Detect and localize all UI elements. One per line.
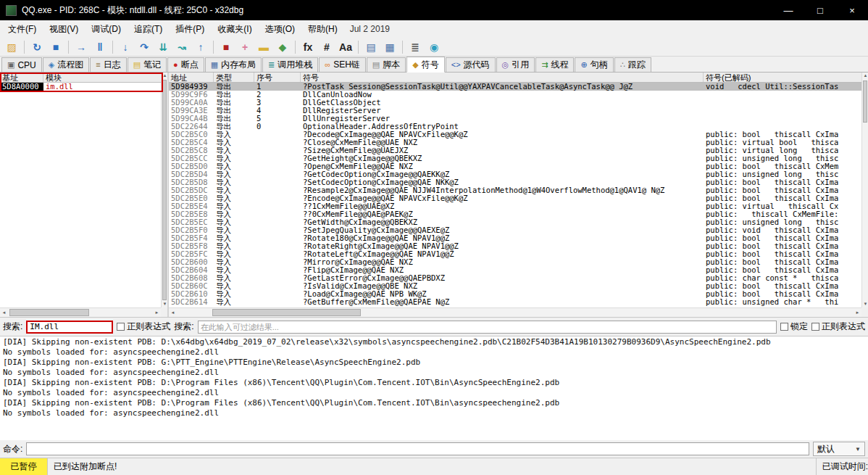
tab[interactable]: ◎ 引用 — [496, 57, 535, 72]
tab[interactable]: ◆ 符号 — [406, 57, 444, 73]
symbols-header-address[interactable]: 地址 — [169, 73, 214, 82]
command-input[interactable] — [26, 442, 809, 455]
run-icon[interactable]: → — [72, 39, 90, 55]
assemble-icon[interactable]: Aa — [337, 39, 354, 55]
symbol-row[interactable]: 5D99C9F6 导出 2 DllCanUnloadNow — [169, 91, 861, 99]
scrollbar-thumb[interactable] — [162, 80, 167, 300]
menu-item[interactable]: 追踪(T) — [128, 22, 169, 36]
symbols-header-decorated[interactable]: 符号(已解码) — [704, 73, 868, 82]
minimize-button[interactable]: — — [772, 0, 804, 20]
symbol-row[interactable]: 5D984939 导出 1 ?PostTask_Session@SessionT… — [169, 83, 861, 91]
symbol-row[interactable]: 5DC2B604 导入 ?Flip@CxImage@@QAE_NXZ publi… — [169, 266, 861, 274]
symbol-row[interactable]: 5DC2B5F8 导入 ?RotateRight@CxImage@@QAE_NP… — [169, 242, 861, 250]
scrollbar-thumb[interactable] — [9, 309, 89, 316]
symbol-row[interactable]: 5DC2B5C8 导入 ?Size@CxMemFile@@UAEJXZ publ… — [169, 146, 861, 154]
tab[interactable]: ▤ 笔记 — [128, 57, 167, 72]
scroll-left-arrow-icon[interactable]: ◄ — [0, 308, 8, 317]
symbol-row[interactable]: 5DC2B5CC 导入 ?GetHeight@CxImage@@QBEKXZ p… — [169, 154, 861, 162]
symbol-row[interactable]: 5D99CA4B 导出 5 DllUnregisterServer — [169, 115, 861, 123]
symbol-row[interactable]: 5DC2B5E8 导入 ??0CxMemFile@@QAE@PAEK@Z pub… — [169, 210, 861, 218]
symbol-row[interactable]: 5DC2B600 导入 ?Mirror@CxImage@@QAE_NXZ pub… — [169, 258, 861, 266]
tab[interactable]: ● 断点 — [167, 57, 204, 72]
label-icon[interactable]: ◆ — [274, 39, 291, 55]
function-icon[interactable]: fx — [299, 39, 317, 55]
symbol-row[interactable]: 5DC2B5C4 导入 ?Close@CxMemFile@@UAE_NXZ pu… — [169, 139, 861, 146]
tab[interactable]: ∞ SEH链 — [319, 57, 366, 72]
scroll-down-arrow-icon[interactable]: ▼ — [862, 301, 868, 307]
scroll-down-arrow-icon[interactable]: ▼ — [162, 301, 168, 307]
trace-into-icon[interactable]: ⇊ — [154, 39, 172, 55]
toolbar-separator[interactable] — [358, 41, 359, 54]
symbol-row[interactable]: 5DC2B5E4 导入 ??1CxMemFile@@UAE@XZ public:… — [169, 202, 861, 210]
globe-icon[interactable]: ◉ — [425, 39, 443, 55]
symbol-row[interactable]: 5DC2B60C 导入 ?IsValid@CxImage@@QBE_NXZ pu… — [169, 282, 861, 290]
run-to-return-icon[interactable]: ↑ — [192, 39, 209, 55]
pause-icon[interactable]: ‖ — [91, 39, 109, 55]
scroll-right-arrow-icon[interactable]: ► — [153, 308, 161, 317]
modules-vertical-scrollbar[interactable]: ▲ ▼ — [161, 73, 167, 307]
toolbar-separator[interactable] — [24, 41, 25, 54]
symbol-row[interactable]: 5DC22644 导出 0 OptionalHeader.AddressOfEn… — [169, 123, 861, 131]
toolbar-separator[interactable] — [213, 41, 214, 54]
memory-layout-icon[interactable]: ▤ — [362, 39, 380, 55]
maximize-button[interactable]: □ — [804, 0, 836, 20]
symbol-row[interactable]: 5D99CA3E 导出 4 DllRegisterServer — [169, 107, 861, 115]
restart-icon[interactable]: ↻ — [28, 39, 46, 55]
open-file-icon[interactable]: ▨ — [3, 39, 20, 55]
scroll-up-arrow-icon[interactable]: ▲ — [862, 73, 868, 79]
menu-item[interactable]: 收藏夹(I) — [211, 22, 258, 36]
tab[interactable]: ◈ 流程图 — [43, 57, 89, 72]
symbols-header-symbol[interactable]: 符号 — [301, 73, 704, 82]
filter-input[interactable] — [198, 321, 777, 334]
symbol-row[interactable]: 5DC2B614 导入 ?GetBuffer@CxMemFile@@QAEPAE… — [169, 298, 861, 306]
tab[interactable]: <> 源代码 — [446, 57, 496, 72]
symbol-row[interactable]: 5DC2B610 导入 ?Load@CxImage@@QAE_NPB_WK@Z … — [169, 290, 861, 298]
stop-icon[interactable]: ■ — [47, 39, 64, 55]
preferences-icon[interactable]: ≣ — [406, 39, 424, 55]
modules-header-base[interactable]: 基址 — [0, 73, 43, 82]
symbol-row[interactable]: 5DC2B608 导入 ?GetLastError@CxImage@@QAEPB… — [169, 274, 861, 282]
menu-item[interactable]: 插件(P) — [169, 22, 211, 36]
menu-item[interactable]: 调试(D) — [85, 22, 128, 36]
tab[interactable]: ≣ 调用堆栈 — [262, 57, 318, 72]
symbol-row[interactable]: 5DC2B5FC 导入 ?RotateLeft@CxImage@@QAE_NPA… — [169, 250, 861, 258]
symbols-vertical-scrollbar[interactable]: ▲ ▼ — [861, 73, 868, 307]
scrollbar-thumb[interactable] — [212, 309, 361, 316]
comment-icon[interactable]: ▬ — [255, 39, 272, 55]
breakpoint-icon[interactable]: ■ — [217, 39, 235, 55]
symbols-header-ordinal[interactable]: 序号 — [254, 73, 301, 82]
patch-icon[interactable]: + — [236, 39, 254, 55]
scroll-left-arrow-icon[interactable]: ◄ — [169, 308, 177, 317]
scrollbar-thumb[interactable] — [863, 80, 867, 123]
symbol-row[interactable]: 5DC2B5F0 导入 ?SetJpegQuality@CxImage@@QAE… — [169, 226, 861, 234]
regex2-checkbox[interactable] — [811, 323, 819, 331]
hash-icon[interactable]: # — [318, 39, 335, 55]
table-icon[interactable]: ▦ — [381, 39, 398, 55]
regex-checkbox[interactable] — [117, 323, 125, 331]
modules-horizontal-scrollbar[interactable]: ◄ ► — [0, 307, 161, 317]
toolbar-separator[interactable] — [295, 41, 296, 54]
scroll-up-arrow-icon[interactable]: ▲ — [162, 73, 168, 79]
tab[interactable]: ⇉ 线程 — [535, 57, 574, 72]
symbol-row[interactable]: 5DC2B5D8 导入 ?SetCodecOption@CxImage@@QAE… — [169, 178, 861, 186]
step-into-icon[interactable]: ↓ — [117, 39, 134, 55]
toolbar-separator[interactable] — [402, 41, 403, 54]
step-over-icon[interactable]: ↷ — [135, 39, 153, 55]
lock-checkbox[interactable] — [780, 323, 788, 331]
tab[interactable]: ▤ 脚本 — [367, 57, 406, 72]
tab[interactable]: ∴ 跟踪 — [614, 57, 651, 72]
modules-header-module[interactable]: 模块 — [43, 73, 167, 82]
tab[interactable]: ≡ 日志 — [90, 57, 126, 72]
tab[interactable]: ▣ CPU — [1, 57, 42, 72]
symbol-row[interactable]: 5DC2B5D4 导入 ?GetCodecOption@CxImage@@QAE… — [169, 170, 861, 178]
symbol-row[interactable]: 5D99CA0A 导出 3 DllGetClassObject — [169, 99, 861, 107]
symbol-row[interactable]: 5DC2B5C0 导入 ?Decode@CxImage@@QAE_NPAVCxF… — [169, 131, 861, 139]
tab[interactable]: ⊕ 句柄 — [575, 57, 613, 72]
trace-over-icon[interactable]: ↝ — [173, 39, 191, 55]
toolbar-separator[interactable] — [112, 41, 113, 54]
menu-item[interactable]: 视图(V) — [43, 22, 85, 36]
toolbar-separator[interactable] — [68, 41, 69, 54]
tab[interactable]: ▦ 内存布局 — [205, 57, 262, 72]
scroll-right-arrow-icon[interactable]: ► — [854, 308, 861, 317]
symbols-header-type[interactable]: 类型 — [214, 73, 254, 82]
